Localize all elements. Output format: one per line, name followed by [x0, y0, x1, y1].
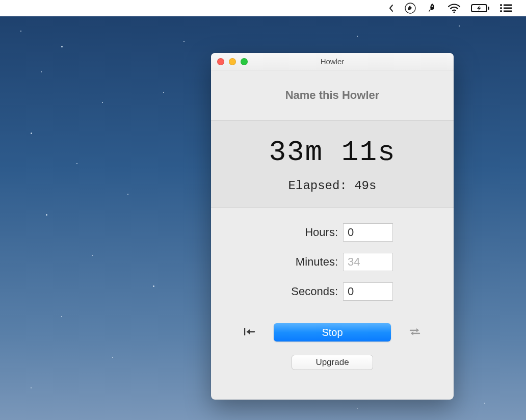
remaining-time: 33m 11s	[269, 136, 396, 169]
svg-point-5	[500, 4, 502, 6]
svg-point-9	[500, 10, 502, 12]
seconds-input[interactable]	[343, 282, 393, 301]
skip-back-icon	[243, 327, 256, 338]
menu-bar	[0, 0, 526, 16]
repeat-icon	[408, 327, 422, 338]
rocket-icon[interactable]	[426, 0, 437, 16]
howler-window: Howler 33m 11s Elapsed: 49s Hours: Minut…	[211, 53, 454, 400]
elapsed-time: Elapsed: 49s	[288, 179, 377, 193]
minimize-button[interactable]	[229, 58, 236, 65]
duration-inputs: Hours: Minutes: Seconds:	[211, 208, 454, 319]
titlebar[interactable]: Howler	[211, 53, 454, 70]
seconds-label: Seconds:	[272, 285, 338, 298]
reset-button[interactable]	[241, 325, 258, 340]
svg-point-1	[432, 6, 433, 7]
controls: Stop	[211, 319, 454, 350]
desktop-background: Howler 33m 11s Elapsed: 49s Hours: Minut…	[0, 0, 526, 420]
minutes-label: Minutes:	[272, 255, 338, 269]
svg-rect-6	[504, 5, 512, 6]
minutes-input[interactable]	[343, 253, 393, 271]
timer-name-area	[211, 70, 454, 120]
svg-point-2	[453, 11, 455, 13]
repeat-button[interactable]	[406, 325, 424, 340]
wifi-icon[interactable]	[448, 0, 461, 16]
zoom-button[interactable]	[241, 58, 248, 65]
close-button[interactable]	[217, 58, 224, 65]
svg-rect-8	[504, 8, 512, 9]
stop-button[interactable]: Stop	[274, 323, 391, 342]
hours-input[interactable]	[343, 223, 393, 242]
list-menu-icon[interactable]	[499, 0, 512, 16]
time-readout: 33m 11s Elapsed: 49s	[211, 120, 454, 208]
svg-rect-11	[244, 328, 245, 335]
upgrade-button[interactable]: Upgrade	[292, 355, 373, 370]
menu-prev-icon[interactable]	[388, 0, 394, 16]
battery-charging-icon[interactable]	[471, 0, 489, 16]
hours-label: Hours:	[272, 226, 338, 239]
svg-rect-10	[504, 11, 512, 12]
traffic-lights	[217, 58, 248, 65]
svg-rect-4	[488, 7, 489, 10]
timer-name-input[interactable]	[228, 89, 436, 102]
svg-point-7	[500, 7, 502, 9]
upgrade-area: Upgrade	[211, 350, 454, 370]
howler-menu-icon[interactable]	[405, 0, 416, 16]
